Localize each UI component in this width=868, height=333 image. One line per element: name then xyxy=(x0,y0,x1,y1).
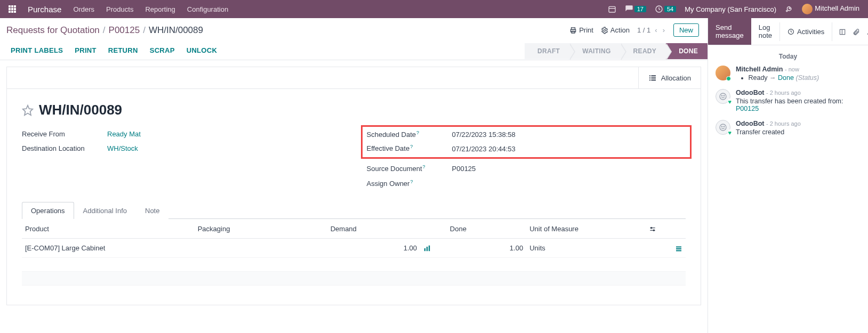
status-draft[interactable]: DRAFT xyxy=(525,43,569,59)
avatar-icon xyxy=(716,66,730,80)
cell-uom[interactable]: Units xyxy=(526,238,646,258)
svg-rect-21 xyxy=(676,246,681,247)
highlighted-dates: Scheduled Date? 07/22/2023 15:38:58 Effe… xyxy=(361,125,692,159)
tab-note[interactable]: Note xyxy=(136,202,168,219)
heart-icon: ♥ xyxy=(728,129,732,136)
tab-operations[interactable]: Operations xyxy=(22,202,74,219)
favorite-star-icon[interactable] xyxy=(22,104,34,116)
svg-rect-0 xyxy=(609,6,615,12)
status-waiting[interactable]: WAITING xyxy=(569,43,620,59)
col-done[interactable]: Done xyxy=(447,219,526,238)
notebook-tabs: Operations Additional Info Note xyxy=(22,201,686,219)
list-icon xyxy=(648,74,657,82)
discuss-icon[interactable]: 17 xyxy=(625,5,646,13)
status-ready[interactable]: READY xyxy=(621,43,666,59)
nav-reporting[interactable]: Reporting xyxy=(145,5,175,13)
status-done[interactable]: DONE xyxy=(666,43,708,59)
breadcrumb-parent[interactable]: P00125 xyxy=(109,25,140,36)
help-icon[interactable]: ? xyxy=(423,164,425,169)
presence-dot xyxy=(726,76,731,81)
calendar-icon[interactable] xyxy=(608,5,616,13)
heart-icon: ♥ xyxy=(728,99,732,105)
send-message-button[interactable]: Send message xyxy=(708,18,751,45)
bot-avatar-icon: ♥ xyxy=(716,120,730,135)
return-button[interactable]: RETURN xyxy=(108,46,138,54)
svg-point-6 xyxy=(604,29,606,31)
destination-location-value[interactable]: WH/Stock xyxy=(107,144,138,152)
action-dropdown[interactable]: Action xyxy=(601,26,630,34)
record-title: WH/IN/00089 xyxy=(39,102,122,118)
tab-additional-info[interactable]: Additional Info xyxy=(74,202,136,219)
cell-done[interactable]: 1.00 xyxy=(447,238,526,258)
company-switcher[interactable]: My Company (San Francisco) xyxy=(685,5,776,13)
forecast-icon[interactable] xyxy=(420,238,447,258)
chatter-message: Mitchell Admin - now Ready → Done (Statu… xyxy=(716,66,861,82)
col-uom[interactable]: Unit of Measure xyxy=(526,219,646,238)
chatter: Send message Log note Activities 2 Follo… xyxy=(708,18,868,333)
scheduled-date-value: 07/22/2023 15:38:58 xyxy=(452,131,516,139)
message-author[interactable]: OdooBot xyxy=(736,89,764,96)
help-icon[interactable]: ? xyxy=(410,179,413,184)
message-author[interactable]: Mitchell Admin xyxy=(736,66,783,73)
print-dropdown[interactable]: Print xyxy=(569,26,593,34)
nav-orders[interactable]: Orders xyxy=(73,5,94,13)
message-time: - 2 hours ago xyxy=(766,90,801,96)
log-note-button[interactable]: Log note xyxy=(751,18,779,45)
cell-packaging[interactable] xyxy=(195,238,327,258)
pager-next[interactable]: › xyxy=(662,26,666,34)
form-sheet: Allocation WH/IN/00089 Receive From Read… xyxy=(6,67,701,305)
nav-products[interactable]: Products xyxy=(106,5,133,13)
assign-owner-label: Assign Owner? xyxy=(367,179,452,188)
scrap-button[interactable]: SCRAP xyxy=(150,46,175,54)
source-link[interactable]: P00125 xyxy=(736,105,759,112)
allocation-button[interactable]: Allocation xyxy=(638,67,701,88)
breadcrumb-current: WH/IN/00089 xyxy=(149,25,203,36)
effective-date-value: 07/21/2023 20:44:53 xyxy=(452,145,516,153)
source-document-value: P00125 xyxy=(452,165,476,173)
svg-rect-8 xyxy=(651,75,656,76)
detailed-operations-icon[interactable] xyxy=(646,238,686,258)
help-icon[interactable]: ? xyxy=(416,130,419,135)
pager-value[interactable]: 1 / 1 xyxy=(637,26,650,34)
debug-icon[interactable] xyxy=(785,5,793,13)
col-product[interactable]: Product xyxy=(22,219,195,238)
activities-badge: 54 xyxy=(664,6,676,12)
button-bar: PRINT LABELS PRINT RETURN SCRAP UNLOCK D… xyxy=(0,40,708,60)
unlock-button[interactable]: UNLOCK xyxy=(187,46,217,54)
cell-product[interactable]: [E-COM07] Large Cabinet xyxy=(22,238,195,258)
nav-configuration[interactable]: Configuration xyxy=(187,5,228,13)
svg-point-31 xyxy=(724,126,724,127)
svg-rect-23 xyxy=(676,250,681,251)
book-icon[interactable] xyxy=(839,27,846,36)
col-options-icon[interactable] xyxy=(646,219,686,238)
print-button[interactable]: PRINT xyxy=(75,46,97,54)
destination-location-label: Destination Location xyxy=(22,144,107,152)
apps-icon[interactable] xyxy=(9,5,16,13)
app-title[interactable]: Purchase xyxy=(28,5,61,14)
discuss-badge: 17 xyxy=(634,6,646,12)
operations-table: Product Packaging Demand Done Unit of Me… xyxy=(22,219,686,299)
new-button[interactable]: New xyxy=(673,23,699,37)
pager-prev[interactable]: ‹ xyxy=(654,26,658,34)
breadcrumb-root[interactable]: Requests for Quotation xyxy=(6,25,100,36)
clock-icon xyxy=(787,28,794,35)
activities-clock-icon[interactable]: 54 xyxy=(655,5,676,13)
attachment-icon[interactable] xyxy=(853,27,860,36)
user-menu[interactable]: Mitchell Admin xyxy=(802,4,859,14)
print-labels-button[interactable]: PRINT LABELS xyxy=(11,46,63,54)
receive-from-label: Receive From xyxy=(22,130,107,138)
message-author[interactable]: OdooBot xyxy=(736,120,764,127)
table-row[interactable]: [E-COM07] Large Cabinet 1.00 1.00 Units xyxy=(22,238,686,258)
top-navbar: Purchase Orders Products Reporting Confi… xyxy=(0,0,868,18)
col-packaging[interactable]: Packaging xyxy=(195,219,327,238)
user-name: Mitchell Admin xyxy=(815,4,859,12)
svg-point-29 xyxy=(720,124,726,131)
svg-rect-20 xyxy=(429,246,430,251)
activities-button[interactable]: Activities xyxy=(779,22,832,41)
help-icon[interactable]: ? xyxy=(410,144,413,149)
col-demand[interactable]: Demand xyxy=(327,219,420,238)
printer-icon xyxy=(569,27,577,34)
cell-demand[interactable]: 1.00 xyxy=(327,238,420,258)
control-panel: Requests for Quotation / P00125 / WH/IN/… xyxy=(0,18,708,40)
receive-from-value[interactable]: Ready Mat xyxy=(107,130,141,138)
